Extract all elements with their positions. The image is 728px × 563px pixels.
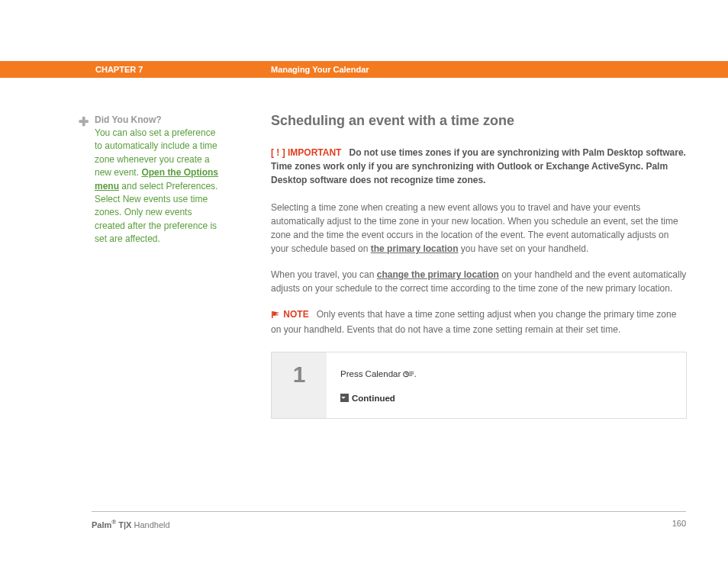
important-bracket-close: ] xyxy=(279,147,288,158)
svg-rect-4 xyxy=(410,372,411,372)
header-bar: CHAPTER 7 Managing Your Calendar xyxy=(0,61,728,78)
change-primary-location-link[interactable]: change the primary location xyxy=(377,269,499,280)
page-number: 160 xyxy=(672,519,686,529)
svg-rect-7 xyxy=(410,373,411,374)
paragraph-2: When you travel, you can change the prim… xyxy=(271,268,687,295)
note-callout: NOTE Only events that have a time zone s… xyxy=(271,307,687,336)
calendar-icon xyxy=(403,370,414,380)
plus-icon: ✚ xyxy=(79,116,89,128)
continued-arrow-icon xyxy=(340,394,349,402)
footer-rule xyxy=(92,511,686,512)
footer-brand: Palm xyxy=(92,520,111,529)
footer-product: Palm® T|X Handheld xyxy=(92,519,170,529)
continued-row: Continued xyxy=(340,394,672,403)
step-period: . xyxy=(414,369,416,378)
continued-label: Continued xyxy=(352,394,395,403)
did-you-know-title: Did You Know? xyxy=(95,114,232,125)
step-number-cell: 1 xyxy=(272,352,327,418)
important-callout: [ ! ] IMPORTANT Do not use times zones i… xyxy=(271,146,687,187)
note-label: NOTE xyxy=(283,309,308,320)
p2-before: When you travel, you can xyxy=(271,269,377,280)
footer: Palm® T|X Handheld 160 xyxy=(92,519,686,529)
footer-suffix: Handheld xyxy=(131,520,169,529)
svg-rect-10 xyxy=(410,375,411,376)
svg-rect-8 xyxy=(411,373,412,374)
primary-location-link[interactable]: the primary location xyxy=(371,243,459,254)
chapter-label: CHAPTER 7 xyxy=(95,65,143,74)
sidebar-did-you-know: ✚ Did You Know? You can also set a prefe… xyxy=(79,114,232,246)
did-you-know-body: You can also set a preference to automat… xyxy=(95,127,224,246)
svg-rect-0 xyxy=(272,311,273,318)
step-instruction: Press Calendar . xyxy=(340,369,672,380)
svg-rect-11 xyxy=(411,375,412,376)
important-label: IMPORTANT xyxy=(288,147,341,158)
page-title: Scheduling an event with a time zone xyxy=(271,113,687,129)
chapter-section-title: Managing Your Calendar xyxy=(271,65,369,74)
note-flag-icon xyxy=(271,309,281,323)
footer-model: T|X xyxy=(116,520,131,529)
note-text: Only events that have a time zone settin… xyxy=(271,309,676,335)
step-number: 1 xyxy=(272,362,327,388)
step-text: Press Calendar xyxy=(340,369,403,378)
step-box: 1 Press Calendar . Continued xyxy=(271,352,687,419)
paragraph-1: Selecting a time zone when creating a ne… xyxy=(271,201,687,256)
step-body: Press Calendar . Continued xyxy=(327,352,686,418)
svg-rect-5 xyxy=(411,372,412,372)
main-content: Scheduling an event with a time zone [ !… xyxy=(271,113,687,419)
p1-after: you have set on your handheld. xyxy=(458,243,588,254)
